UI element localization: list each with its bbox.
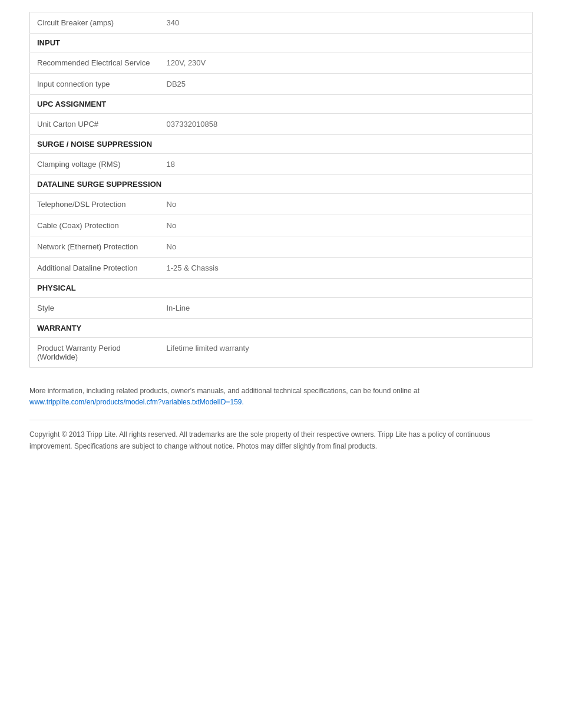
- row-label: Circuit Breaker (amps): [30, 12, 160, 34]
- section-header-row: DATALINE SURGE SUPPRESSION: [30, 175, 533, 194]
- row-value: 120V, 230V: [160, 52, 533, 74]
- section-header-row: INPUT: [30, 34, 533, 52]
- spec-table: Circuit Breaker (amps)340INPUTRecommende…: [29, 12, 533, 368]
- table-row: StyleIn-Line: [30, 298, 533, 319]
- row-label: Recommended Electrical Service: [30, 52, 160, 74]
- row-label: Unit Carton UPC#: [30, 114, 160, 135]
- footer-info: More information, including related prod…: [29, 386, 533, 408]
- table-row: Cable (Coax) ProtectionNo: [30, 215, 533, 236]
- section-header-row: WARRANTY: [30, 319, 533, 338]
- table-row: Additional Dataline Protection1-25 & Cha…: [30, 258, 533, 279]
- section-header-label: PHYSICAL: [30, 279, 533, 298]
- row-value: Lifetime limited warranty: [160, 338, 533, 368]
- row-label: Input connection type: [30, 74, 160, 95]
- section-header-label: UPC ASSIGNMENT: [30, 95, 533, 114]
- table-row: Telephone/DSL ProtectionNo: [30, 194, 533, 215]
- row-label: Clamping voltage (RMS): [30, 154, 160, 175]
- section-header-row: PHYSICAL: [30, 279, 533, 298]
- row-value: 1-25 & Chassis: [160, 258, 533, 279]
- row-label: Cable (Coax) Protection: [30, 215, 160, 236]
- row-value: 18: [160, 154, 533, 175]
- row-label: Telephone/DSL Protection: [30, 194, 160, 215]
- row-label: Additional Dataline Protection: [30, 258, 160, 279]
- row-label: Style: [30, 298, 160, 319]
- section-header-label: SURGE / NOISE SUPPRESSION: [30, 135, 533, 154]
- footer-info-text: More information, including related prod…: [29, 387, 419, 395]
- section-header-label: INPUT: [30, 34, 533, 52]
- row-value: No: [160, 194, 533, 215]
- table-row: Clamping voltage (RMS)18: [30, 154, 533, 175]
- row-value: In-Line: [160, 298, 533, 319]
- copyright-text: Copyright © 2013 Tripp Lite. All rights …: [29, 430, 490, 450]
- table-row: Unit Carton UPC#037332010858: [30, 114, 533, 135]
- section-header-label: DATALINE SURGE SUPPRESSION: [30, 175, 533, 194]
- table-row: Product Warranty Period (Worldwide)Lifet…: [30, 338, 533, 368]
- row-value: DB25: [160, 74, 533, 95]
- row-value: 340: [160, 12, 533, 34]
- row-value: No: [160, 215, 533, 236]
- row-value: 037332010858: [160, 114, 533, 135]
- section-header-row: SURGE / NOISE SUPPRESSION: [30, 135, 533, 154]
- table-row: Network (Ethernet) ProtectionNo: [30, 236, 533, 258]
- row-label: Product Warranty Period (Worldwide): [30, 338, 160, 368]
- footer-link[interactable]: www.tripplite.com/en/products/model.cfm?…: [29, 398, 244, 406]
- copyright: Copyright © 2013 Tripp Lite. All rights …: [29, 420, 533, 452]
- table-row: Recommended Electrical Service120V, 230V: [30, 52, 533, 74]
- row-label: Network (Ethernet) Protection: [30, 236, 160, 258]
- page-wrapper: Circuit Breaker (amps)340INPUTRecommende…: [0, 0, 562, 476]
- table-row: Input connection typeDB25: [30, 74, 533, 95]
- section-header-label: WARRANTY: [30, 319, 533, 338]
- table-row: Circuit Breaker (amps)340: [30, 12, 533, 34]
- row-value: No: [160, 236, 533, 258]
- section-header-row: UPC ASSIGNMENT: [30, 95, 533, 114]
